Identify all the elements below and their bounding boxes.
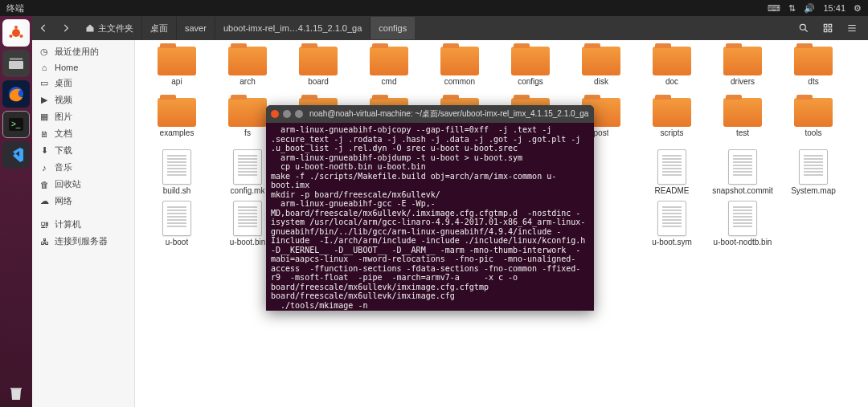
file-item[interactable]: snapshot.commit: [707, 149, 778, 201]
breadcrumb-label: 桌面: [150, 22, 168, 35]
sidebar-item[interactable]: 🖳计算机: [32, 216, 134, 233]
sidebar-item-label: 最近使用的: [55, 46, 99, 58]
folder-icon: [653, 98, 691, 127]
folder-item[interactable]: board: [283, 47, 354, 98]
document-icon: [162, 201, 191, 236]
folder-item[interactable]: tools: [778, 98, 849, 149]
maximize-icon[interactable]: [295, 110, 303, 118]
folder-item[interactable]: disk: [566, 47, 637, 98]
sidebar-item[interactable]: ⬇下载: [32, 142, 134, 159]
folder-item[interactable]: common: [424, 47, 495, 98]
folder-item[interactable]: cmd: [354, 47, 424, 98]
minimize-icon[interactable]: [283, 110, 291, 118]
sidebar-item[interactable]: ◷最近使用的: [32, 43, 134, 60]
terminal-content[interactable]: arm-linux-gnueabihf-objcopy --gap-fill=0…: [266, 123, 594, 311]
view-grid-icon[interactable]: [818, 17, 837, 39]
cpu-icon: 🖳: [39, 220, 50, 230]
breadcrumb-item[interactable]: 主文件夹: [77, 17, 142, 39]
sidebar-item[interactable]: 🗑回收站: [32, 176, 134, 193]
sidebar-item[interactable]: 🗎文档: [32, 125, 134, 142]
nav-back-button[interactable]: [32, 17, 55, 39]
svg-rect-12: [829, 24, 832, 26]
folder-icon: [158, 98, 196, 127]
folder-item[interactable]: dts: [778, 47, 849, 98]
top-panel-app-name: 终端: [6, 2, 24, 14]
file-item[interactable]: build.sh: [141, 149, 212, 201]
file-label: README: [655, 186, 690, 195]
file-item[interactable]: System.map: [778, 149, 849, 201]
breadcrumb-item[interactable]: uboot-imx-rel_im…4.1.15_2.1.0_ga: [215, 17, 371, 39]
volume-icon[interactable]: 🔊: [804, 3, 815, 14]
launcher-firefox-icon[interactable]: [2, 80, 30, 108]
document-icon: [657, 201, 686, 236]
sidebar-item[interactable]: ☁网络: [32, 193, 134, 210]
sidebar-item-label: 图片: [55, 111, 72, 123]
folder-item[interactable]: examples: [141, 98, 212, 149]
folder-item[interactable]: api: [141, 47, 212, 98]
sidebar-item-label: 视频: [55, 94, 72, 106]
file-item[interactable]: u-boot-nodtb.bin: [707, 201, 778, 252]
close-icon[interactable]: [271, 110, 279, 118]
folder-icon: [158, 47, 196, 75]
file-label: test: [736, 128, 749, 137]
terminal-titlebar[interactable]: noah@noah-virtual-machine: ~/桌面/saver/ub…: [266, 105, 594, 123]
folder-icon: [370, 47, 408, 75]
sidebar-item[interactable]: ▶视频: [32, 92, 134, 108]
file-label: scripts: [661, 128, 684, 137]
terminal-window[interactable]: noah@noah-virtual-machine: ~/桌面/saver/ub…: [266, 105, 594, 311]
breadcrumb-item[interactable]: saver: [177, 17, 215, 39]
document-icon: [728, 149, 757, 185]
clock[interactable]: 15:41: [823, 3, 845, 13]
nav-forward-button[interactable]: [55, 17, 77, 39]
launcher-dash-icon[interactable]: [2, 19, 30, 47]
launcher-terminal-icon[interactable]: >_: [2, 111, 30, 138]
launcher-trash-icon[interactable]: [2, 380, 30, 407]
folder-item[interactable]: doc: [637, 47, 707, 98]
sidebar-item-label: 网络: [55, 195, 72, 207]
file-item[interactable]: u-boot.sym: [637, 201, 707, 252]
launcher: >_: [0, 16, 32, 407]
sidebar-item[interactable]: ♪音乐: [32, 159, 134, 176]
top-panel-indicators[interactable]: ⌨ ⇅ 🔊 15:41 ⚙: [768, 3, 862, 14]
folder-icon: [228, 47, 267, 75]
file-label: board: [308, 77, 329, 86]
breadcrumb-item[interactable]: 桌面: [142, 17, 177, 39]
launcher-vscode-icon[interactable]: [2, 141, 30, 169]
clock-icon: ◷: [39, 47, 50, 57]
input-method-icon[interactable]: ⌨: [768, 3, 780, 14]
file-label: u-boot.sym: [652, 238, 691, 246]
folder-icon: [794, 47, 833, 75]
system-menu-icon[interactable]: ⚙: [854, 3, 862, 14]
folder-icon: [723, 47, 762, 75]
sidebar-item-label: 计算机: [55, 218, 81, 230]
folder-item[interactable]: test: [707, 98, 778, 149]
hamburger-menu-icon[interactable]: [842, 17, 862, 39]
file-label: fs: [244, 128, 251, 137]
sidebar-item[interactable]: ▦图片: [32, 108, 134, 125]
folder-item[interactable]: arch: [212, 47, 283, 98]
file-label: build.sh: [163, 186, 190, 195]
network-icon[interactable]: ⇅: [788, 3, 796, 14]
folder-item[interactable]: drivers: [707, 47, 778, 98]
svg-rect-4: [10, 58, 23, 60]
sidebar-item-label: 桌面: [55, 77, 72, 89]
file-item[interactable]: u-boot: [141, 201, 212, 252]
launcher-files-icon[interactable]: [2, 50, 30, 77]
breadcrumb-item[interactable]: configs: [371, 17, 415, 39]
search-icon[interactable]: [794, 17, 813, 39]
sidebar-item[interactable]: ▭桌面: [32, 75, 134, 92]
folder-icon: [794, 98, 833, 127]
svg-rect-5: [9, 61, 23, 69]
sidebar-item[interactable]: ⌂Home: [32, 60, 134, 75]
file-manager-header: 主文件夹桌面saveruboot-imx-rel_im…4.1.15_2.1.0…: [32, 16, 868, 40]
sidebar-item-label: 音乐: [55, 161, 72, 173]
document-icon: [799, 149, 828, 185]
sidebar-item[interactable]: 🖧连接到服务器: [32, 233, 134, 250]
folder-item[interactable]: scripts: [637, 98, 707, 149]
breadcrumb-label: saver: [185, 23, 207, 33]
image-icon: ▦: [39, 112, 50, 122]
file-item[interactable]: README: [637, 149, 707, 201]
folder-item[interactable]: configs: [495, 47, 566, 98]
desktop-icon: ▭: [39, 78, 50, 88]
sidebar-item-label: 文档: [55, 128, 72, 140]
